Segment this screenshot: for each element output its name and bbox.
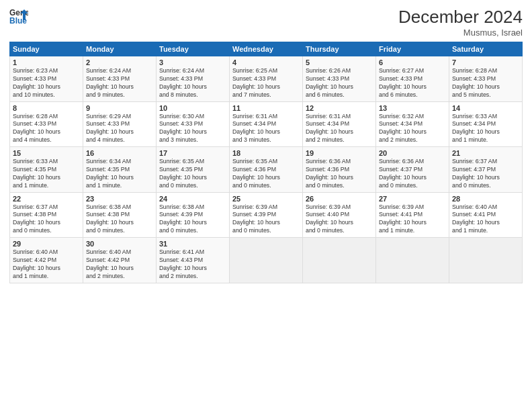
calendar-cell: 10Sunrise: 6:30 AMSunset: 4:33 PMDayligh… — [157, 101, 230, 147]
day-number: 6 — [379, 58, 446, 66]
logo-icon: General Blue — [9, 7, 28, 26]
page: General Blue December 2024 Musmus, Israe… — [0, 0, 532, 411]
day-info: Sunrise: 6:28 AMSunset: 4:33 PMDaylight:… — [13, 113, 80, 145]
day-info: Sunrise: 6:35 AMSunset: 4:35 PMDaylight:… — [159, 158, 226, 190]
calendar-cell: 17Sunrise: 6:35 AMSunset: 4:35 PMDayligh… — [157, 147, 230, 193]
day-number: 17 — [159, 149, 226, 157]
header: General Blue December 2024 Musmus, Israe… — [9, 7, 523, 38]
day-header-sunday: Sunday — [10, 42, 83, 56]
day-info: Sunrise: 6:38 AMSunset: 4:39 PMDaylight:… — [159, 203, 226, 236]
day-number: 29 — [13, 240, 80, 248]
day-info: Sunrise: 6:25 AMSunset: 4:33 PMDaylight:… — [232, 67, 300, 99]
calendar-cell: 15Sunrise: 6:33 AMSunset: 4:35 PMDayligh… — [10, 147, 83, 193]
day-number: 9 — [86, 104, 153, 112]
day-info: Sunrise: 6:38 AMSunset: 4:38 PMDaylight:… — [86, 203, 153, 236]
day-header-saturday: Saturday — [449, 42, 523, 56]
day-number: 31 — [159, 240, 226, 248]
calendar-cell: 22Sunrise: 6:37 AMSunset: 4:38 PMDayligh… — [10, 192, 83, 238]
day-info: Sunrise: 6:39 AMSunset: 4:41 PMDaylight:… — [379, 203, 446, 236]
day-info: Sunrise: 6:28 AMSunset: 4:33 PMDaylight:… — [452, 67, 519, 99]
day-info: Sunrise: 6:26 AMSunset: 4:33 PMDaylight:… — [306, 67, 373, 99]
day-header-tuesday: Tuesday — [157, 42, 230, 56]
day-info: Sunrise: 6:33 AMSunset: 4:35 PMDaylight:… — [13, 158, 80, 190]
day-number: 26 — [306, 195, 373, 203]
day-info: Sunrise: 6:40 AMSunset: 4:41 PMDaylight:… — [452, 203, 519, 236]
day-info: Sunrise: 6:24 AMSunset: 4:33 PMDaylight:… — [86, 67, 153, 99]
calendar-cell: 2Sunrise: 6:24 AMSunset: 4:33 PMDaylight… — [83, 56, 157, 102]
calendar-cell: 9Sunrise: 6:29 AMSunset: 4:33 PMDaylight… — [83, 101, 157, 147]
calendar-cell: 1Sunrise: 6:23 AMSunset: 4:33 PMDaylight… — [10, 56, 83, 102]
day-info: Sunrise: 6:34 AMSunset: 4:35 PMDaylight:… — [86, 158, 153, 190]
day-number: 13 — [379, 104, 446, 112]
day-info: Sunrise: 6:36 AMSunset: 4:37 PMDaylight:… — [379, 158, 446, 190]
day-number: 2 — [86, 58, 153, 66]
day-info: Sunrise: 6:24 AMSunset: 4:33 PMDaylight:… — [159, 67, 226, 99]
day-info: Sunrise: 6:40 AMSunset: 4:42 PMDaylight:… — [86, 248, 153, 281]
title-block: December 2024 Musmus, Israel — [398, 7, 523, 38]
day-number: 8 — [13, 104, 80, 112]
day-number: 5 — [306, 58, 373, 66]
day-header-row: SundayMondayTuesdayWednesdayThursdayFrid… — [10, 42, 523, 56]
calendar-cell: 19Sunrise: 6:36 AMSunset: 4:36 PMDayligh… — [303, 147, 376, 193]
day-number: 7 — [452, 58, 519, 66]
day-number: 30 — [86, 240, 153, 248]
day-number: 10 — [159, 104, 226, 112]
day-info: Sunrise: 6:37 AMSunset: 4:37 PMDaylight:… — [452, 158, 519, 190]
calendar-cell: 18Sunrise: 6:35 AMSunset: 4:36 PMDayligh… — [230, 147, 303, 193]
day-number: 28 — [452, 195, 519, 203]
day-info: Sunrise: 6:32 AMSunset: 4:34 PMDaylight:… — [379, 113, 446, 145]
week-row-4: 29Sunrise: 6:40 AMSunset: 4:42 PMDayligh… — [10, 238, 523, 283]
calendar-cell — [230, 238, 303, 283]
calendar-cell: 7Sunrise: 6:28 AMSunset: 4:33 PMDaylight… — [449, 56, 523, 102]
calendar-cell: 21Sunrise: 6:37 AMSunset: 4:37 PMDayligh… — [449, 147, 523, 193]
calendar-cell: 8Sunrise: 6:28 AMSunset: 4:33 PMDaylight… — [10, 101, 83, 147]
calendar-cell: 24Sunrise: 6:38 AMSunset: 4:39 PMDayligh… — [157, 192, 230, 238]
calendar-body: 1Sunrise: 6:23 AMSunset: 4:33 PMDaylight… — [10, 56, 523, 283]
day-number: 24 — [159, 195, 226, 203]
calendar-cell: 25Sunrise: 6:39 AMSunset: 4:39 PMDayligh… — [230, 192, 303, 238]
calendar-cell: 27Sunrise: 6:39 AMSunset: 4:41 PMDayligh… — [376, 192, 449, 238]
calendar-cell: 6Sunrise: 6:27 AMSunset: 4:33 PMDaylight… — [376, 56, 449, 102]
day-number: 14 — [452, 104, 519, 112]
calendar-cell: 11Sunrise: 6:31 AMSunset: 4:34 PMDayligh… — [230, 101, 303, 147]
calendar-cell: 29Sunrise: 6:40 AMSunset: 4:42 PMDayligh… — [10, 238, 83, 283]
day-number: 19 — [306, 149, 373, 157]
day-number: 11 — [232, 104, 300, 112]
day-number: 20 — [379, 149, 446, 157]
day-number: 22 — [13, 195, 80, 203]
calendar-cell: 30Sunrise: 6:40 AMSunset: 4:42 PMDayligh… — [83, 238, 157, 283]
day-number: 23 — [86, 195, 153, 203]
day-info: Sunrise: 6:39 AMSunset: 4:39 PMDaylight:… — [232, 203, 300, 236]
calendar-cell — [303, 238, 376, 283]
calendar-cell — [449, 238, 523, 283]
day-info: Sunrise: 6:35 AMSunset: 4:36 PMDaylight:… — [232, 158, 300, 190]
day-number: 21 — [452, 149, 519, 157]
week-row-3: 22Sunrise: 6:37 AMSunset: 4:38 PMDayligh… — [10, 192, 523, 238]
day-number: 27 — [379, 195, 446, 203]
calendar-cell: 26Sunrise: 6:39 AMSunset: 4:40 PMDayligh… — [303, 192, 376, 238]
main-title: December 2024 — [398, 7, 523, 28]
logo: General Blue — [9, 7, 28, 26]
day-header-thursday: Thursday — [303, 42, 376, 56]
calendar-header: SundayMondayTuesdayWednesdayThursdayFrid… — [10, 42, 523, 56]
calendar-cell: 3Sunrise: 6:24 AMSunset: 4:33 PMDaylight… — [157, 56, 230, 102]
day-number: 18 — [232, 149, 300, 157]
day-info: Sunrise: 6:37 AMSunset: 4:38 PMDaylight:… — [13, 203, 80, 236]
calendar-cell: 16Sunrise: 6:34 AMSunset: 4:35 PMDayligh… — [83, 147, 157, 193]
day-number: 1 — [13, 58, 80, 66]
day-info: Sunrise: 6:31 AMSunset: 4:34 PMDaylight:… — [306, 113, 373, 145]
day-info: Sunrise: 6:30 AMSunset: 4:33 PMDaylight:… — [159, 113, 226, 145]
calendar-cell: 5Sunrise: 6:26 AMSunset: 4:33 PMDaylight… — [303, 56, 376, 102]
day-number: 12 — [306, 104, 373, 112]
day-info: Sunrise: 6:40 AMSunset: 4:42 PMDaylight:… — [13, 248, 80, 281]
calendar-cell: 28Sunrise: 6:40 AMSunset: 4:41 PMDayligh… — [449, 192, 523, 238]
calendar: SundayMondayTuesdayWednesdayThursdayFrid… — [9, 42, 523, 283]
day-info: Sunrise: 6:33 AMSunset: 4:34 PMDaylight:… — [452, 113, 519, 145]
day-header-monday: Monday — [83, 42, 157, 56]
calendar-cell: 12Sunrise: 6:31 AMSunset: 4:34 PMDayligh… — [303, 101, 376, 147]
day-number: 25 — [232, 195, 300, 203]
day-number: 15 — [13, 149, 80, 157]
calendar-cell: 31Sunrise: 6:41 AMSunset: 4:43 PMDayligh… — [157, 238, 230, 283]
calendar-cell: 23Sunrise: 6:38 AMSunset: 4:38 PMDayligh… — [83, 192, 157, 238]
day-info: Sunrise: 6:36 AMSunset: 4:36 PMDaylight:… — [306, 158, 373, 190]
